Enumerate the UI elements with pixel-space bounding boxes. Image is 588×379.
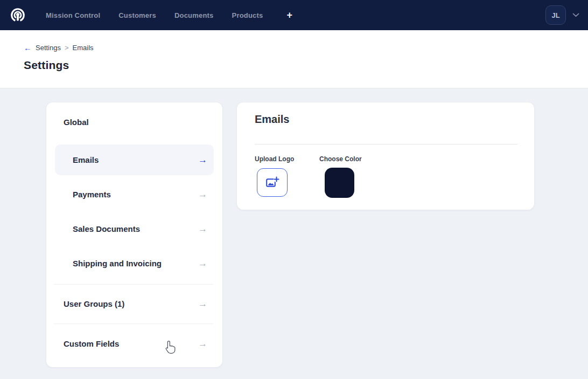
panel-divider <box>255 144 517 144</box>
page-header: ← Settings > Emails Settings <box>0 30 588 88</box>
sidebar-section-global: Global <box>64 118 89 127</box>
nav-customers[interactable]: Customers <box>118 11 156 19</box>
sidebar-item-label: Sales Documents <box>73 224 140 233</box>
choose-color-field: Choose Color <box>319 155 362 198</box>
choose-color-label: Choose Color <box>319 155 362 163</box>
arrow-right-icon: → <box>198 259 207 268</box>
arrow-right-icon: → <box>198 299 207 308</box>
upload-logo-field: Upload Logo <box>255 155 294 197</box>
arrow-right-icon: → <box>198 190 207 199</box>
chevron-down-icon[interactable] <box>572 13 579 17</box>
arrow-right-icon: → <box>198 155 207 164</box>
page-title: Settings <box>24 59 588 72</box>
nav-products[interactable]: Products <box>232 11 263 19</box>
sidebar-item-custom-fields[interactable]: Custom Fields → <box>55 328 214 359</box>
nav-add-button[interactable]: + <box>286 10 292 20</box>
sidebar-divider <box>54 284 213 285</box>
sidebar-item-label: Emails <box>73 155 99 164</box>
top-nav: Mission Control Customers Documents Prod… <box>0 0 588 30</box>
sidebar-item-label: User Groups (1) <box>64 299 124 308</box>
sidebar-item-label: Shipping and Invoicing <box>73 259 162 268</box>
arrow-right-icon: → <box>198 224 207 233</box>
settings-page: Mission Control Customers Documents Prod… <box>0 0 588 379</box>
image-add-icon <box>265 176 279 189</box>
sidebar-item-label: Payments <box>73 190 111 199</box>
breadcrumb-current: Emails <box>73 44 94 52</box>
breadcrumb-settings[interactable]: Settings <box>36 44 61 52</box>
sidebar-item-sales-documents[interactable]: Sales Documents → <box>55 213 214 244</box>
content-area: Global Emails → Payments → Sales Documen… <box>0 88 588 379</box>
upload-logo-label: Upload Logo <box>255 155 294 163</box>
nav-mission-control[interactable]: Mission Control <box>46 11 100 19</box>
arrow-right-icon: → <box>198 339 207 348</box>
emails-panel: Emails Upload Logo Choose Co <box>237 102 534 210</box>
back-arrow-icon[interactable]: ← <box>24 44 32 52</box>
sidebar-divider <box>54 323 213 324</box>
app-logo-icon[interactable] <box>10 7 26 23</box>
color-swatch[interactable] <box>325 168 354 198</box>
upload-logo-button[interactable] <box>257 168 288 197</box>
nav-right: JL <box>545 5 579 25</box>
panel-title: Emails <box>255 113 289 126</box>
user-avatar[interactable]: JL <box>545 5 566 25</box>
breadcrumb: ← Settings > Emails <box>24 44 588 52</box>
sidebar-item-payments[interactable]: Payments → <box>55 179 214 210</box>
settings-sidebar: Global Emails → Payments → Sales Documen… <box>46 102 222 367</box>
sidebar-item-shipping-invoicing[interactable]: Shipping and Invoicing → <box>55 248 214 279</box>
breadcrumb-separator-icon: > <box>65 44 69 52</box>
primary-nav: Mission Control Customers Documents Prod… <box>46 10 292 20</box>
sidebar-item-label: Custom Fields <box>64 339 119 348</box>
sidebar-item-user-groups[interactable]: User Groups (1) → <box>55 288 214 319</box>
sidebar-item-emails[interactable]: Emails → <box>55 144 214 175</box>
nav-documents[interactable]: Documents <box>174 11 214 19</box>
